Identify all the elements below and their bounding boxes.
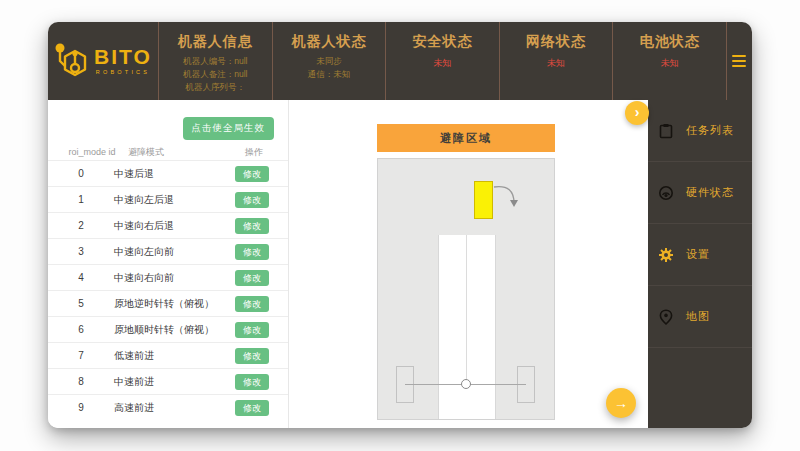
modify-button[interactable]: 修改 (235, 322, 269, 338)
table-row: 9 高速前进 修改 (48, 394, 288, 420)
top-header: BITO ROBOTICS 机器人信息 机器人编号：null 机器人备注：nul… (48, 22, 752, 100)
modify-button[interactable]: 修改 (235, 400, 269, 416)
map-center-guideline (466, 235, 467, 385)
modify-button[interactable]: 修改 (235, 270, 269, 286)
map-pin-icon (658, 309, 674, 325)
roi-mode-id-cell: 8 (48, 376, 108, 387)
mode-cell: 中速后退 (114, 167, 235, 181)
sidebar-item-label: 硬件状态 (686, 185, 734, 200)
apply-global-button[interactable]: 点击使全局生效 (183, 117, 275, 140)
obstacle-zone-banner: 避障区域 (377, 124, 555, 152)
brand-text: BITO ROBOTICS (94, 46, 152, 76)
roi-mode-id-cell: 0 (48, 168, 108, 179)
roi-mode-id-cell: 2 (48, 220, 108, 231)
mode-cell: 低速前进 (114, 349, 235, 363)
table-row: 5 原地逆时针转（俯视） 修改 (48, 290, 288, 316)
roi-mode-id-cell: 1 (48, 194, 108, 205)
main-content: 点击使全局生效 roi_mode id 避障模式 操作 0 中速后退 修改 1 … (48, 100, 648, 428)
table-row: 7 低速前进 修改 (48, 342, 288, 368)
battery-state-section: 电池状态 未知 (612, 22, 726, 100)
table-row: 3 中速向左向前 修改 (48, 238, 288, 264)
sidebar-item-map[interactable]: 地图 (648, 286, 752, 348)
table-row: 8 中速前进 修改 (48, 368, 288, 394)
robot-state-section: 机器人状态 未同步 通信：未知 (272, 22, 386, 100)
robot-id-line: 机器人编号：null (159, 55, 272, 68)
table-row: 6 原地顺时针转（俯视） 修改 (48, 316, 288, 342)
app-window: BITO ROBOTICS 机器人信息 机器人编号：null 机器人备注：nul… (48, 22, 752, 428)
modify-button[interactable]: 修改 (235, 218, 269, 234)
table-header-row: roi_mode id 避障模式 操作 (48, 144, 288, 160)
column-header-roi-mode-id: roi_mode id (62, 147, 122, 157)
safety-state-section: 安全状态 未知 (385, 22, 499, 100)
column-header-mode: 避障模式 (128, 146, 234, 159)
mode-cell: 中速向左后退 (114, 193, 235, 207)
sidebar-item-task-list[interactable]: 任务列表 (648, 100, 752, 162)
rotate-handle-arrow-icon[interactable] (490, 179, 524, 211)
sidebar-item-label: 地图 (686, 309, 710, 324)
table-row: 1 中速向左后退 修改 (48, 186, 288, 212)
robot-note-line: 机器人备注：null (159, 68, 272, 81)
mode-cell: 中速向左向前 (114, 245, 235, 259)
safety-state-title: 安全状态 (386, 33, 499, 51)
mode-cell: 原地逆时针转（俯视） (114, 297, 235, 311)
robot-state-title: 机器人状态 (273, 33, 386, 51)
safety-state-value: 未知 (386, 57, 499, 70)
roi-mode-id-cell: 3 (48, 246, 108, 257)
network-state-title: 网络状态 (500, 33, 613, 51)
comm-state-line: 通信：未知 (273, 68, 386, 81)
roi-mode-id-cell: 4 (48, 272, 108, 283)
roi-mode-id-cell: 6 (48, 324, 108, 335)
roi-mode-id-cell: 5 (48, 298, 108, 309)
robot-center-hub (461, 379, 471, 389)
hamburger-bar (732, 60, 746, 62)
column-header-action: 操作 (234, 146, 274, 159)
network-state-value: 未知 (500, 57, 613, 70)
modify-button[interactable]: 修改 (235, 244, 269, 260)
brand-name: BITO (94, 46, 152, 67)
sidebar-item-settings[interactable]: 设置 (648, 224, 752, 286)
hamburger-bar (732, 65, 746, 67)
robot-info-section: 机器人信息 机器人编号：null 机器人备注：null 机器人序列号： (158, 22, 272, 100)
roi-mode-id-cell: 9 (48, 402, 108, 413)
obstacle-zone-map (377, 158, 555, 420)
mode-cell: 原地顺时针转（俯视） (114, 323, 235, 337)
brand-subtitle: ROBOTICS (96, 70, 150, 76)
roi-mode-id-cell: 7 (48, 350, 108, 361)
bito-logo-icon (54, 41, 88, 81)
map-channel-cutout (438, 235, 496, 419)
mode-cell: 中速前进 (114, 375, 235, 389)
hamburger-bar (732, 55, 746, 57)
clipboard-icon (658, 123, 674, 139)
sidebar-item-label: 任务列表 (686, 123, 734, 138)
modify-button[interactable]: 修改 (235, 348, 269, 364)
robot-serial-line: 机器人序列号： (159, 81, 272, 94)
modify-button[interactable]: 修改 (235, 296, 269, 312)
roi-mode-panel: 点击使全局生效 roi_mode id 避障模式 操作 0 中速后退 修改 1 … (48, 100, 289, 428)
sidebar-collapse-toggle[interactable]: › (625, 101, 649, 125)
sidebar-item-label: 设置 (686, 247, 710, 262)
robot-info-title: 机器人信息 (159, 33, 272, 51)
table-row: 2 中速向右后退 修改 (48, 212, 288, 238)
mode-cell: 中速向右向前 (114, 271, 235, 285)
sync-state-line: 未同步 (273, 55, 386, 68)
network-state-section: 网络状态 未知 (499, 22, 613, 100)
table-row: 4 中速向右向前 修改 (48, 264, 288, 290)
mode-cell: 高速前进 (114, 401, 235, 415)
sidebar-item-hardware-status[interactable]: 硬件状态 (648, 162, 752, 224)
hamburger-menu-icon[interactable] (726, 22, 752, 100)
battery-state-value: 未知 (613, 57, 726, 70)
modify-button[interactable]: 修改 (235, 166, 269, 182)
brand-logo: BITO ROBOTICS (48, 22, 158, 100)
battery-state-title: 电池状态 (613, 33, 726, 51)
next-fab-button[interactable]: → (606, 388, 636, 418)
hardware-icon (658, 185, 674, 201)
gear-icon (658, 247, 674, 263)
modify-button[interactable]: 修改 (235, 192, 269, 208)
right-sidebar: 任务列表 硬件状态 设置 (648, 100, 752, 428)
mode-cell: 中速向右后退 (114, 219, 235, 233)
roi-mode-table: roi_mode id 避障模式 操作 0 中速后退 修改 1 中速向左后退 修… (48, 144, 288, 420)
modify-button[interactable]: 修改 (235, 374, 269, 390)
table-row: 0 中速后退 修改 (48, 160, 288, 186)
